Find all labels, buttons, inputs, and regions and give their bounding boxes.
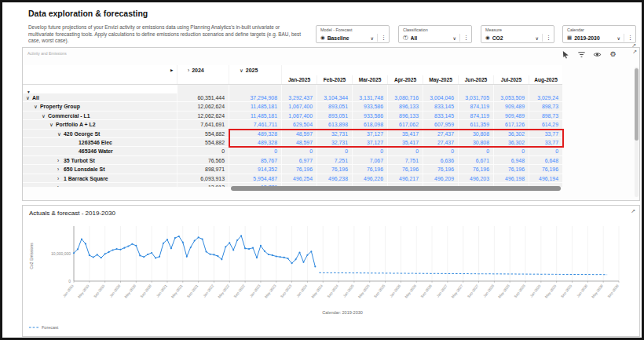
row-label[interactable]: ›	[23, 183, 177, 188]
grid-cell-month[interactable]: 32,731	[317, 138, 353, 146]
grid-cell-2024[interactable]: 60,351,444	[177, 93, 229, 101]
grid-cell-month[interactable]: 0	[282, 147, 317, 155]
grid-cell-month[interactable]: 1,067,400	[282, 102, 317, 110]
grid-filter-cell[interactable]	[353, 85, 388, 93]
grid-cell-month[interactable]: 607,959	[423, 120, 459, 128]
grid-cell-month[interactable]: 613,898	[317, 120, 353, 128]
row-label[interactable]: ∨Property Group	[23, 102, 177, 110]
grid-cell-month[interactable]: 909,489	[494, 112, 529, 119]
filter-icon[interactable]	[577, 50, 586, 59]
grid-cell-month[interactable]: 496,226	[353, 174, 388, 182]
grid-cell-month[interactable]: 27,437	[423, 138, 459, 146]
grid-cell-month[interactable]: 933,586	[353, 102, 388, 110]
grid-cell-month[interactable]: 35,417	[388, 130, 423, 137]
grid-filter-cell[interactable]	[423, 85, 459, 93]
grid-cell-month[interactable]: 0	[388, 147, 423, 155]
grid-cell-month[interactable]: 833,145	[423, 102, 459, 110]
column-header-2024[interactable]: ›2024	[177, 65, 229, 75]
grid-cell-month[interactable]: 27,437	[423, 130, 459, 137]
grid-cell-month[interactable]: 33,77	[529, 130, 562, 137]
grid-cell-2025[interactable]: 11,485,181	[229, 112, 282, 119]
grid-cell-2024[interactable]: 554,882	[177, 130, 229, 137]
chevron-down-icon[interactable]: ∨	[42, 112, 48, 119]
grid-cell-2024[interactable]: 6,093,913	[177, 174, 229, 182]
chevron-down-icon[interactable]: ∨	[26, 93, 32, 101]
grid-cell-month[interactable]: 3,031,705	[459, 93, 494, 101]
column-header-month[interactable]: Feb-2025	[317, 75, 353, 84]
chevron-down-icon[interactable]: ∨	[57, 130, 64, 137]
chevron-down-icon[interactable]: ∨	[240, 68, 243, 73]
grid-cell-month[interactable]: 874,119	[459, 112, 494, 119]
grid-cell-2024[interactable]: 76,565	[177, 156, 229, 164]
grid-cell-month[interactable]: 896,133	[388, 102, 423, 110]
grid-cell-month[interactable]: 617,062	[388, 120, 423, 128]
grid-cell-month[interactable]: 76,196	[388, 165, 423, 173]
expand-chart-icon[interactable]: ↗	[631, 208, 635, 214]
grid-cell-month[interactable]: 7,067	[353, 156, 388, 164]
row-label[interactable]: ∨All	[23, 93, 177, 101]
overflow-menu-icon[interactable]: ⋮	[459, 34, 469, 42]
grid-cell-month[interactable]: 3,104,344	[317, 93, 353, 101]
grid-cell-month[interactable]: 48,597	[282, 138, 317, 146]
row-label[interactable]: ∨Commercial - L1	[23, 112, 177, 119]
grid-cell-month[interactable]: 496,203	[459, 174, 494, 182]
grid-cell-month[interactable]: 48,597	[282, 130, 317, 137]
grid-cell-month[interactable]: 3,029,24	[529, 93, 562, 101]
grid-cell-month[interactable]: 0	[459, 147, 494, 155]
grid-cell-month[interactable]: 898,73	[529, 112, 562, 119]
horizontal-scrollbar[interactable]	[231, 186, 561, 191]
overflow-menu-icon[interactable]: ⋮	[377, 34, 386, 42]
grid-filter-cell[interactable]	[459, 85, 494, 93]
grid-cell-2025[interactable]: 489,328	[229, 138, 282, 146]
grid-cell-month[interactable]: 6,636	[423, 156, 459, 164]
grid-cell-2024[interactable]: 0	[177, 147, 229, 155]
grid-cell-month[interactable]: 617,126	[494, 120, 529, 128]
grid-filter-cell[interactable]	[494, 85, 529, 93]
grid-cell-month[interactable]: 893,051	[317, 102, 353, 110]
grid-cell-2024[interactable]: 13,913	[177, 183, 229, 188]
grid-cell-month[interactable]: 30,808	[459, 130, 494, 137]
grid-cell-2025[interactable]: 489,328	[229, 130, 282, 137]
resize-corner-icon[interactable]: ↗	[632, 49, 637, 55]
grid-cell-month[interactable]: 833,145	[423, 112, 459, 119]
grid-cell-month[interactable]: 7,251	[317, 156, 353, 164]
grid-cell-2024[interactable]: 898,971	[177, 165, 229, 173]
grid-filter-cell[interactable]	[388, 85, 423, 93]
grid-cell-month[interactable]: 611,359	[459, 120, 494, 128]
grid-cell-2024[interactable]: 554,882	[177, 138, 229, 146]
filter-calendar[interactable]: Calendar ▦ 2019-2030 ∨ ⋮	[562, 25, 636, 43]
grid-cell-month[interactable]: 36,302	[494, 138, 529, 146]
grid-cell-2024[interactable]: 7,641,691	[177, 120, 229, 128]
grid-cell-month[interactable]: 76,196	[494, 165, 529, 173]
grid-cell-month[interactable]: 496,209	[423, 174, 459, 182]
overflow-menu-icon[interactable]: ⋮	[624, 34, 633, 42]
grid-cell-month[interactable]: 874,119	[459, 102, 494, 110]
grid-cell-2025[interactable]: 11,485,181	[229, 102, 282, 110]
row-label[interactable]: 1263546 Elec	[23, 138, 177, 146]
grid-cell-month[interactable]: 618,098	[353, 120, 388, 128]
grid-cell-2025[interactable]: 7,461,711	[229, 120, 282, 128]
grid-cell-month[interactable]: 933,586	[353, 112, 388, 119]
grid-cell-month[interactable]: 3,004,046	[423, 93, 459, 101]
column-header-month[interactable]: Jan-2025	[282, 75, 317, 84]
grid-cell-month[interactable]: 0	[529, 147, 562, 155]
grid-cell-month[interactable]: 496,194	[529, 174, 562, 182]
row-label[interactable]: ∨Portfolio A + L2	[23, 120, 177, 128]
overflow-menu-icon[interactable]: ⋮	[542, 34, 551, 42]
row-label[interactable]: 465346 Water	[23, 147, 177, 155]
grid-cell-month[interactable]: 76,196	[353, 165, 388, 173]
grid-cell-month[interactable]: 6,671	[459, 156, 494, 164]
column-header-month[interactable]: Apr-2025	[388, 75, 423, 84]
column-header-month[interactable]: Aug-2025	[529, 75, 562, 84]
grid-cell-month[interactable]: 3,292,437	[282, 93, 317, 101]
grid-cell-month[interactable]: 32,731	[317, 130, 353, 137]
grid-cell-2025[interactable]: 0	[229, 147, 282, 155]
column-header-month[interactable]: Jun-2025	[459, 75, 494, 84]
column-header-month[interactable]: Mar-2025	[353, 75, 388, 84]
grid-cell-month[interactable]: 76,196	[459, 165, 494, 173]
grid-cell-month[interactable]: 496,217	[388, 174, 423, 182]
column-header-month[interactable]: May-2025	[423, 75, 459, 84]
grid-cell-month[interactable]: 33,77	[529, 138, 562, 146]
vertical-scrollbar[interactable]	[635, 67, 639, 197]
grid-cell-month[interactable]: 37,127	[353, 130, 388, 137]
